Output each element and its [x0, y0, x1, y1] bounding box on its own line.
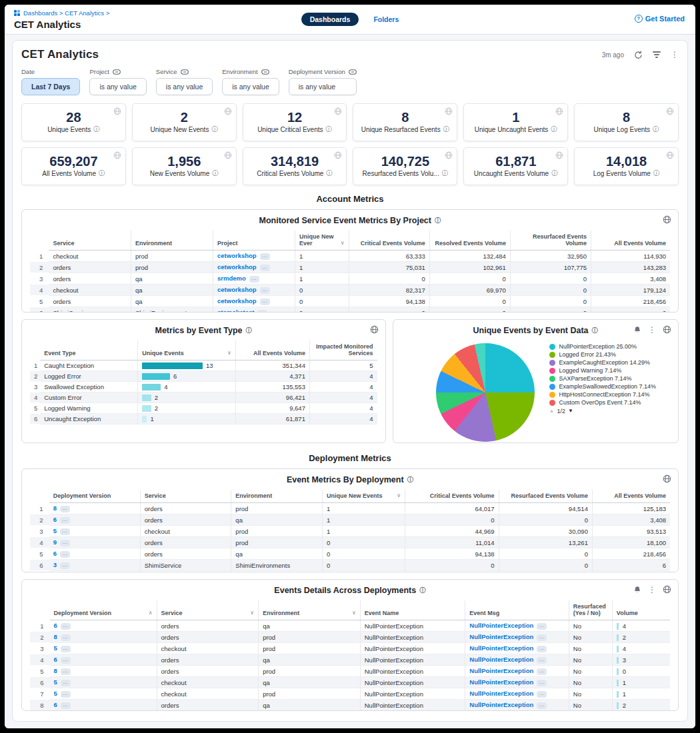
legend-item[interactable]: ExampleCaughtException 14.29%: [549, 359, 667, 366]
column-header[interactable]: Volume: [612, 600, 670, 620]
metric-card[interactable]: 14,018 Log Events Volumeⓘ: [574, 147, 679, 185]
cell-link[interactable]: NullPointerException: [469, 678, 533, 686]
legend-page-up-icon[interactable]: ▲: [549, 408, 555, 414]
legend-item[interactable]: NullPointerException 25.00%: [549, 343, 667, 351]
cell-link[interactable]: srmdemo: [217, 275, 246, 282]
column-header[interactable]: Unique New Ever∨: [295, 231, 349, 251]
filter-value-chip[interactable]: is any value: [89, 78, 146, 95]
globe-icon[interactable]: [555, 151, 563, 159]
column-header[interactable]: Resurfaced Events Volume: [499, 490, 592, 503]
cell-link[interactable]: 8: [54, 633, 57, 640]
table-row[interactable]: 35…checkoutprodNullPointerExceptionNullP…: [30, 643, 670, 654]
overflow-pill[interactable]: …: [60, 517, 70, 524]
info-icon[interactable]: ⓘ: [419, 586, 426, 595]
metric-card[interactable]: 2 Unique New Eventsⓘ: [132, 103, 237, 141]
table-row[interactable]: 3ordersqasrmdemo…10003,408: [30, 273, 670, 285]
cell-link[interactable]: NullPointerException: [469, 667, 533, 674]
overflow-pill[interactable]: …: [537, 646, 547, 652]
column-header[interactable]: Service: [49, 231, 131, 251]
column-header[interactable]: Environment: [131, 231, 213, 251]
column-header[interactable]: Unique New Events∨: [322, 490, 405, 503]
column-header[interactable]: All Events Volume: [591, 231, 670, 251]
column-header[interactable]: Unique Events∨: [138, 341, 236, 361]
metric-card[interactable]: 1,956 New Events Volumeⓘ: [132, 147, 237, 185]
overflow-pill[interactable]: …: [260, 287, 270, 294]
info-icon[interactable]: ⓘ: [211, 125, 218, 134]
info-icon[interactable]: ⓘ: [592, 327, 599, 335]
table-row[interactable]: 1Caught Exception13351,3445: [30, 361, 377, 371]
overflow-pill[interactable]: …: [60, 540, 70, 546]
table-row[interactable]: 5Logged Warning29,6474: [30, 403, 377, 414]
cell-link[interactable]: 6: [54, 622, 57, 629]
column-header[interactable]: Impacted Monitored Services: [309, 341, 377, 361]
metric-card[interactable]: 1 Unique Uncaught Eventsⓘ: [463, 103, 568, 141]
kebab-menu-icon[interactable]: ⋮: [671, 51, 679, 58]
table-row[interactable]: 2Logged Error64,3714: [30, 371, 377, 382]
overflow-pill[interactable]: …: [60, 528, 70, 535]
overflow-pill[interactable]: …: [537, 657, 547, 664]
column-header[interactable]: All Events Volume: [592, 490, 670, 503]
cell-link[interactable]: NullPointerException: [469, 701, 533, 708]
overflow-pill[interactable]: …: [537, 634, 547, 641]
info-icon[interactable]: ⓘ: [99, 169, 105, 178]
cell-link[interactable]: 5: [54, 690, 57, 697]
table-row[interactable]: 58…ordersprodNullPointerExceptionNullPoi…: [30, 666, 670, 677]
table-row[interactable]: 1checkoutprodcetworkshop…163,333132,4843…: [30, 251, 670, 262]
table-row[interactable]: 6Uncaught Exception161,8714: [30, 414, 377, 424]
overflow-pill[interactable]: …: [537, 680, 547, 686]
cell-link[interactable]: 5: [53, 527, 57, 534]
column-header[interactable]: Event Type: [40, 341, 138, 361]
info-icon[interactable]: ⓘ: [653, 125, 659, 134]
table-row[interactable]: 28…ordersprodNullPointerExceptionNullPoi…: [30, 632, 670, 643]
sort-down-icon[interactable]: ∨: [397, 492, 401, 498]
overflow-pill[interactable]: …: [61, 657, 71, 664]
table-row[interactable]: 26…ordersqa1003,408: [30, 514, 670, 526]
sort-down-icon[interactable]: ∨: [250, 610, 254, 616]
info-icon[interactable]: ⓘ: [326, 125, 333, 134]
sort-down-icon[interactable]: ∨: [352, 610, 356, 616]
cell-link[interactable]: NullPointerException: [469, 690, 533, 697]
globe-icon[interactable]: [666, 151, 674, 159]
table-row[interactable]: 46…ordersqaNullPointerExceptionNullPoint…: [30, 654, 670, 666]
overflow-pill[interactable]: …: [260, 299, 270, 305]
globe-icon[interactable]: [555, 107, 563, 115]
globe-icon[interactable]: [666, 107, 674, 115]
cell-link[interactable]: 6: [53, 516, 57, 523]
metric-card[interactable]: 28 Unique Eventsⓘ: [21, 103, 126, 141]
cell-link[interactable]: 8: [54, 667, 57, 674]
overflow-pill[interactable]: …: [61, 680, 71, 686]
overflow-pill[interactable]: …: [260, 265, 270, 271]
overflow-pill[interactable]: …: [61, 634, 71, 641]
info-icon[interactable]: ⓘ: [435, 217, 441, 225]
globe-icon[interactable]: [113, 151, 121, 159]
cell-link[interactable]: NullPointerException: [469, 644, 533, 652]
table-row[interactable]: 49…ordersprod011,01413,26118,100: [30, 537, 670, 548]
cell-link[interactable]: 5: [54, 678, 57, 686]
info-icon[interactable]: ⓘ: [93, 125, 100, 134]
globe-icon[interactable]: [445, 151, 453, 159]
cell-link[interactable]: ctsmoketest: [217, 309, 254, 313]
column-header[interactable]: All Events Volume: [235, 341, 309, 361]
column-header[interactable]: Event Name: [360, 600, 465, 620]
info-icon[interactable]: ⓘ: [551, 169, 558, 178]
info-icon[interactable]: ⓘ: [551, 125, 557, 134]
overflow-pill[interactable]: …: [60, 506, 70, 512]
refresh-icon[interactable]: [634, 51, 643, 59]
table-row[interactable]: 5ordersqacetworkshop…094,13800218,456: [30, 296, 670, 307]
sort-down-icon[interactable]: ∨: [341, 240, 345, 246]
overflow-pill[interactable]: …: [60, 562, 70, 569]
globe-icon[interactable]: [334, 107, 342, 115]
table-row[interactable]: 95…checkoutqaNullPointerExceptionNullPoi…: [30, 711, 670, 712]
table-row[interactable]: 3Swallowed Exception4135,5534: [30, 382, 377, 392]
column-header[interactable]: Critical Events Volume: [405, 490, 499, 503]
table-row[interactable]: 18…ordersprod164,01794,514125,183: [30, 503, 670, 514]
info-icon[interactable]: ⓘ: [212, 169, 219, 178]
table-row[interactable]: 4checkoutqacetworkshop…082,31769,9700179…: [30, 285, 670, 296]
legend-item[interactable]: Custom OverOps Event 7.14%: [549, 399, 667, 406]
cell-link[interactable]: cetworkshop: [217, 252, 257, 259]
filter-value-chip[interactable]: is any value: [156, 78, 213, 95]
column-header[interactable]: Critical Events Volume: [349, 231, 429, 251]
filter-icon[interactable]: [653, 51, 661, 58]
cell-link[interactable]: NullPointerException: [469, 622, 533, 629]
table-row[interactable]: 65…checkoutqaNullPointerExceptionNullPoi…: [30, 677, 670, 688]
